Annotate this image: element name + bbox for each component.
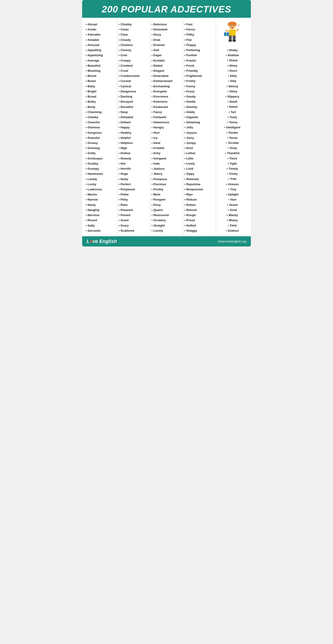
list-item: Bright xyxy=(86,89,116,94)
list-item: Fluttering xyxy=(184,48,214,53)
list-item: Lonely xyxy=(152,228,181,233)
list-item: Irritable xyxy=(152,146,181,150)
list-item: Blushing xyxy=(86,68,116,73)
list-item: Tight xyxy=(228,161,237,166)
list-item: Tart xyxy=(229,110,236,114)
list-item: Gentle xyxy=(184,99,214,104)
list-item: Emaciated xyxy=(152,73,181,78)
list-item: Cynical xyxy=(118,84,148,89)
list-item: Beautiful xyxy=(86,63,116,68)
list-item: Huge xyxy=(118,171,148,176)
list-item: Puny xyxy=(152,202,181,208)
list-item: Skinny xyxy=(226,84,238,89)
column-4: FastFierceFilthyFlatFloppyFlutteringFool… xyxy=(183,20,216,235)
svg-point-8 xyxy=(231,27,233,28)
list-item: Frothy xyxy=(184,78,214,84)
list-item: Short xyxy=(228,68,237,73)
list-item: Round xyxy=(86,218,116,223)
list-item: Straight xyxy=(152,223,181,228)
list-item: Prickly xyxy=(152,187,181,192)
list-item: Robust xyxy=(184,197,214,202)
list-item: Ghastly xyxy=(184,104,214,110)
list-item: Teeny xyxy=(227,120,238,125)
svg-point-19 xyxy=(228,40,232,42)
list-item: Crooked xyxy=(118,63,148,68)
list-item: Floppy xyxy=(184,42,214,48)
list-item: Grumpy xyxy=(86,166,116,171)
list-item: Helpless xyxy=(118,140,148,146)
list-item: Slimy xyxy=(227,89,237,94)
list-item: Extensive xyxy=(152,99,181,104)
svg-point-7 xyxy=(234,25,234,26)
footer-logo-text: L♥ve English xyxy=(86,238,117,244)
list-item: Elegant xyxy=(152,68,181,73)
list-item: Fierce xyxy=(184,27,214,32)
list-item: Embarrassed xyxy=(152,78,181,84)
list-item: High xyxy=(118,146,148,150)
list-item: Batty xyxy=(86,84,116,89)
list-item: Bulky xyxy=(86,99,116,104)
list-item: Vivid xyxy=(228,208,237,212)
svg-rect-13 xyxy=(225,30,229,32)
list-item: Trite xyxy=(228,176,236,182)
column-3: DeliciousDisturbedDizzyDrabDrainedDullEa… xyxy=(150,20,183,235)
list-item: Cheeky xyxy=(86,114,116,120)
list-item: Drab xyxy=(152,37,181,42)
list-item: Zealous xyxy=(226,228,239,233)
list-item: Silly xyxy=(228,78,236,84)
list-item: Jealous xyxy=(152,166,181,171)
list-item: Grotesque xyxy=(86,156,116,161)
list-item: Happy xyxy=(118,125,148,130)
list-item: Horrific xyxy=(118,166,148,171)
list-item: Cheerful xyxy=(86,120,116,125)
list-item: Cumbersome xyxy=(118,73,148,78)
list-item: Grubby xyxy=(86,161,116,166)
boy-illustration: ! ! xyxy=(222,22,242,46)
list-item: Clean xyxy=(118,27,148,32)
list-item: Burly xyxy=(86,104,116,110)
list-item: Lucky xyxy=(86,182,116,187)
list-item: Gorgeous xyxy=(86,130,116,135)
list-item: Shaggy xyxy=(184,228,214,233)
list-item: Shaky xyxy=(227,48,238,53)
list-item: Jumpy xyxy=(184,140,214,146)
footer: L♥ve English www.loveenglish.org xyxy=(82,236,251,246)
list-item: Homely xyxy=(118,156,148,161)
list-item: Reassured xyxy=(152,212,181,218)
list-item: Slippery xyxy=(226,94,239,99)
column-2: ChubbyCleanClearCloudyCluelessClumsyCool… xyxy=(117,20,150,235)
list-item: Charming xyxy=(86,110,116,114)
list-item: Decayed xyxy=(118,99,148,104)
list-item: Drained xyxy=(152,42,181,48)
list-item: Appalling xyxy=(86,48,116,53)
list-item: Zippy xyxy=(184,171,214,176)
list-item: Icy xyxy=(152,135,181,140)
list-item: Zany xyxy=(228,223,237,228)
list-item: Gritty xyxy=(86,150,116,156)
list-item: Vexed xyxy=(227,202,238,208)
list-item: Clear xyxy=(118,32,148,37)
list-item: Abrupt xyxy=(86,22,116,27)
content-area: AbruptAcidicAdorableAmiableAmusedAppalli… xyxy=(82,18,251,235)
list-item: Cloudy xyxy=(118,37,148,42)
list-item: Dangerous xyxy=(118,89,148,94)
list-item: Intelligent xyxy=(224,125,240,130)
svg-rect-11 xyxy=(229,30,236,36)
list-item: Glamorous xyxy=(152,120,181,125)
list-item: Terrible xyxy=(226,140,239,146)
svg-point-5 xyxy=(233,25,234,26)
list-item: Shiny xyxy=(227,63,237,68)
list-item: Nutty xyxy=(118,176,148,182)
list-item: Healthy xyxy=(118,130,148,135)
list-item: Dizzy xyxy=(152,32,181,37)
page-title: 200 POPULAR ADJECTIVES xyxy=(86,4,246,15)
list-item: Testy xyxy=(228,146,237,150)
list-item: Tiny xyxy=(228,187,236,192)
list-item: Nasty xyxy=(86,202,116,208)
list-item: Small xyxy=(227,99,237,104)
list-item: Helpful xyxy=(118,135,148,140)
list-item: Enormous xyxy=(152,94,181,99)
list-item: Selfish xyxy=(184,223,214,228)
list-item: Rough xyxy=(184,212,214,218)
list-item: Friendly xyxy=(184,68,214,73)
